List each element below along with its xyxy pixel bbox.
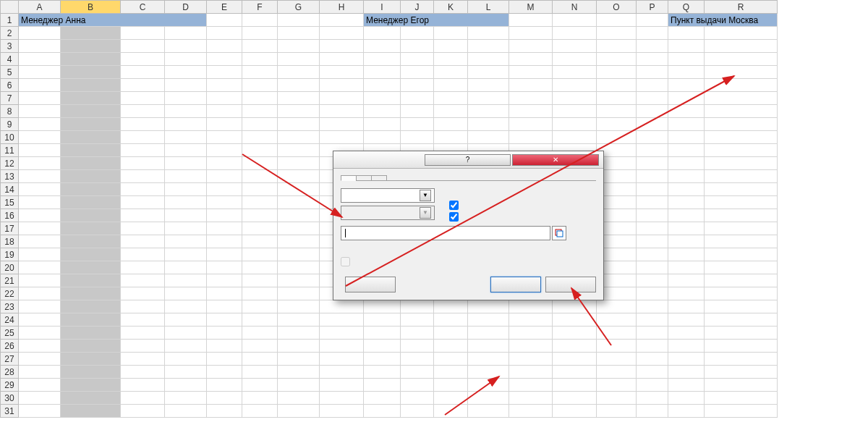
cell[interactable]: [553, 366, 597, 379]
cell[interactable]: [165, 79, 207, 92]
cell[interactable]: [553, 405, 597, 418]
cell[interactable]: [278, 379, 320, 392]
cell[interactable]: [668, 366, 705, 379]
cell[interactable]: [509, 392, 553, 405]
cell[interactable]: [165, 92, 207, 105]
cell[interactable]: [597, 131, 637, 144]
cell[interactable]: [278, 118, 320, 131]
column-header[interactable]: B: [61, 1, 121, 14]
cell[interactable]: [320, 379, 364, 392]
cell[interactable]: [207, 118, 242, 131]
cell[interactable]: [207, 144, 242, 157]
cell[interactable]: [121, 92, 165, 105]
cell[interactable]: [320, 92, 364, 105]
cell[interactable]: [668, 118, 705, 131]
row-header[interactable]: 17: [1, 222, 19, 235]
cell[interactable]: [278, 66, 320, 79]
cell[interactable]: [553, 327, 597, 340]
cell[interactable]: [19, 131, 61, 144]
cell[interactable]: [401, 353, 434, 366]
cell[interactable]: [553, 300, 597, 313]
cell[interactable]: [121, 248, 165, 261]
cell[interactable]: [19, 261, 61, 274]
cell[interactable]: [165, 170, 207, 183]
cell[interactable]: [278, 405, 320, 418]
row-header[interactable]: 21: [1, 274, 19, 287]
row-header[interactable]: 3: [1, 40, 19, 53]
cell[interactable]: [207, 157, 242, 170]
cell[interactable]: [553, 27, 597, 40]
column-header[interactable]: M: [509, 1, 553, 14]
cell[interactable]: [165, 27, 207, 40]
cell[interactable]: [19, 379, 61, 392]
cell[interactable]: [637, 53, 668, 66]
cell[interactable]: [401, 327, 434, 340]
cell[interactable]: [668, 79, 705, 92]
cell[interactable]: [597, 66, 637, 79]
cell[interactable]: [364, 313, 401, 327]
cell[interactable]: [207, 327, 242, 340]
cell[interactable]: [19, 183, 61, 196]
cell[interactable]: [553, 131, 597, 144]
cell[interactable]: [468, 79, 509, 92]
cell[interactable]: [165, 353, 207, 366]
cell[interactable]: [61, 157, 121, 170]
cell[interactable]: [320, 340, 364, 353]
cell[interactable]: [637, 92, 668, 105]
cell[interactable]: [19, 248, 61, 261]
cell[interactable]: [207, 209, 242, 222]
cell[interactable]: [668, 274, 705, 287]
cell[interactable]: [553, 392, 597, 405]
cell[interactable]: [242, 235, 278, 248]
cell[interactable]: [207, 248, 242, 261]
cell[interactable]: [637, 27, 668, 40]
cell[interactable]: [207, 53, 242, 66]
row-header[interactable]: 23: [1, 300, 19, 313]
cell[interactable]: [637, 340, 668, 353]
cell[interactable]: [121, 392, 165, 405]
cell[interactable]: [364, 118, 401, 131]
cell[interactable]: [637, 66, 668, 79]
cell[interactable]: [401, 405, 434, 418]
cell[interactable]: [553, 53, 597, 66]
cell[interactable]: [165, 118, 207, 131]
cell[interactable]: [597, 300, 637, 313]
cell[interactable]: [242, 118, 278, 131]
cell[interactable]: [242, 261, 278, 274]
cell[interactable]: [705, 313, 778, 327]
cell[interactable]: [278, 235, 320, 248]
cell[interactable]: [242, 144, 278, 157]
cell[interactable]: [278, 79, 320, 92]
cell[interactable]: [434, 300, 468, 313]
cell[interactable]: [668, 313, 705, 327]
cell[interactable]: [61, 170, 121, 183]
cell[interactable]: [320, 118, 364, 131]
cell[interactable]: [61, 366, 121, 379]
cell[interactable]: [207, 131, 242, 144]
cell[interactable]: [468, 105, 509, 118]
cell[interactable]: [242, 79, 278, 92]
cell[interactable]: [61, 144, 121, 157]
cell[interactable]: [242, 327, 278, 340]
cell[interactable]: [468, 353, 509, 366]
cell[interactable]: [121, 144, 165, 157]
cell[interactable]: [597, 313, 637, 327]
cell[interactable]: [207, 261, 242, 274]
source-input[interactable]: [341, 226, 550, 240]
row-header[interactable]: 13: [1, 170, 19, 183]
cell[interactable]: [434, 405, 468, 418]
cell[interactable]: [320, 27, 364, 40]
cell[interactable]: [637, 261, 668, 274]
row-header[interactable]: 18: [1, 235, 19, 248]
column-header[interactable]: Q: [668, 1, 705, 14]
cell[interactable]: Менеджер Анна: [19, 14, 207, 27]
cell[interactable]: [61, 222, 121, 235]
row-header[interactable]: 26: [1, 340, 19, 353]
tab-error-alert[interactable]: [371, 175, 387, 181]
cell[interactable]: [19, 366, 61, 379]
row-header[interactable]: 5: [1, 66, 19, 79]
cell[interactable]: [668, 157, 705, 170]
cell[interactable]: [434, 340, 468, 353]
cell[interactable]: [553, 66, 597, 79]
cell[interactable]: [668, 392, 705, 405]
